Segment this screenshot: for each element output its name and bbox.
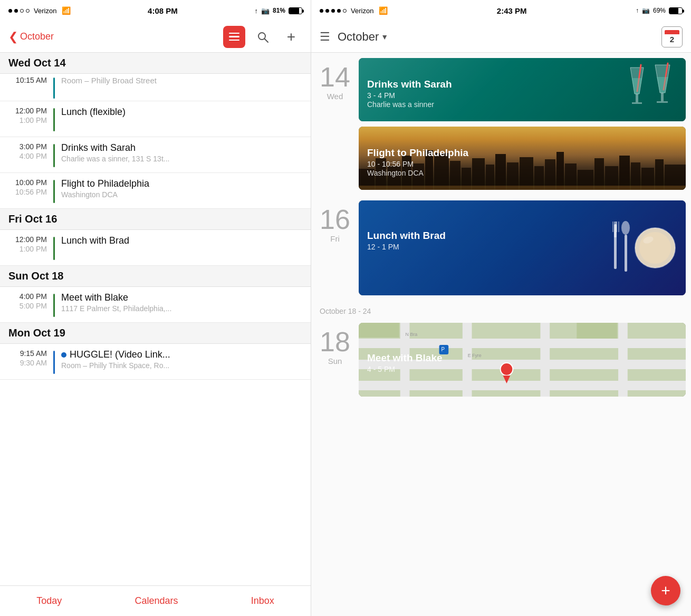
location-icon-right: ↑: [636, 7, 639, 14]
search-button[interactable]: [252, 26, 274, 48]
event-card-time-flight: 10 - 10:56 PM: [367, 160, 677, 168]
event-subtitle: Room – Philly Think Space, Ro...: [61, 361, 302, 370]
event-title: Drinks with Sarah: [61, 142, 302, 153]
svg-rect-38: [359, 186, 686, 190]
carrier-name-left: Verizon: [34, 7, 56, 15]
date-group-16: 16 Fri: [311, 195, 691, 301]
day-header-oct18: Sun Oct 18: [0, 266, 311, 287]
list-view-button[interactable]: [223, 26, 245, 48]
signal-dot-1: [8, 9, 12, 13]
event-subtitle: Charlie was a sinner, 131 S 13t...: [61, 155, 302, 163]
carrier-left: Verizon 📶: [8, 6, 71, 15]
date-num-18: 18: [320, 328, 350, 355]
signal-dot-r2: [325, 9, 329, 13]
list-item[interactable]: 4:00 PM 5:00 PM Meet with Blake 1117 E P…: [0, 287, 311, 323]
signal-dot-3: [20, 9, 24, 13]
event-start: 4:00 PM: [20, 292, 47, 301]
h-line-3: [229, 40, 239, 41]
event-title: Meet with Blake: [61, 292, 302, 303]
status-bar-right: Verizon 📶 2:43 PM ↑ 📷 69%: [311, 0, 691, 21]
dropdown-arrow-icon: ▼: [381, 33, 388, 41]
calendar-header-icon: [665, 30, 679, 34]
day-header-oct16: Fri Oct 16: [0, 209, 311, 230]
back-chevron-icon: ❮: [8, 30, 18, 44]
add-event-button-left[interactable]: +: [280, 26, 302, 48]
event-content: Drinks with Sarah Charlie was a sinner, …: [61, 142, 302, 163]
list-item[interactable]: 10:00 PM 10:56 PM Flight to Philadelphia…: [0, 173, 311, 209]
event-card-title-blake: Meet with Blake: [367, 352, 677, 364]
event-end: 5:00 PM: [20, 302, 47, 310]
event-bar: [53, 351, 55, 374]
events-col-14: Drinks with Sarah 3 - 4 PM Charlie was a…: [359, 53, 691, 195]
event-dot-icon: [61, 352, 66, 358]
left-panel: Verizon 📶 4:08 PM ↑ 📷 81% ❮ October: [0, 0, 311, 616]
calendar-view-button[interactable]: 2: [661, 26, 683, 47]
date-label-14: 14 Wed: [311, 53, 359, 195]
add-event-fab[interactable]: +: [651, 576, 680, 605]
event-end: 1:00 PM: [20, 116, 47, 124]
status-bar-left: Verizon 📶 4:08 PM ↑ 📷 81%: [0, 0, 311, 21]
status-right-left: ↑ 📷 81%: [254, 7, 302, 15]
list-item[interactable]: 12:00 PM 1:00 PM Lunch (flexible): [0, 101, 311, 137]
event-title: HUGGLE! (Video Link...: [61, 349, 302, 360]
tab-today[interactable]: Today: [26, 591, 72, 611]
calendar-title: October: [338, 30, 379, 44]
carrier-name-right: Verizon: [351, 7, 373, 15]
battery-pct-right: 69%: [653, 7, 666, 14]
bluetooth-icon-left: 📷: [261, 7, 270, 15]
event-start: 12:00 PM: [15, 235, 47, 244]
event-start: 9:15 AM: [20, 349, 47, 358]
battery-right: [669, 7, 683, 14]
event-card-drinks[interactable]: Drinks with Sarah 3 - 4 PM Charlie was a…: [359, 58, 686, 121]
event-title: Room – Philly Broad Street: [61, 76, 157, 85]
fab-plus-icon: +: [661, 583, 670, 599]
tab-bar-left: Today Calendars Inbox: [0, 585, 311, 616]
event-bar: [53, 144, 55, 167]
list-item[interactable]: 12:00 PM 1:00 PM Lunch with Brad: [0, 230, 311, 266]
signal-dot-r3: [331, 9, 335, 13]
date-day-16: Fri: [330, 234, 340, 243]
event-card-time-lunch: 12 - 1 PM: [367, 243, 677, 251]
time-right: 2:43 PM: [497, 6, 527, 15]
event-content: Room – Philly Broad Street: [61, 76, 302, 85]
event-card-time-drinks: 3 - 4 PM: [367, 91, 677, 100]
event-end: 1:00 PM: [20, 245, 47, 253]
event-time-col: 4:00 PM 5:00 PM: [8, 292, 53, 310]
event-bar: [53, 108, 55, 131]
event-bar: [53, 237, 55, 260]
signal-dot-r1: [320, 9, 323, 13]
h-line-1: [229, 33, 239, 34]
event-end: 4:00 PM: [20, 152, 47, 160]
bluetooth-icon-right: 📷: [642, 7, 650, 14]
date-group-18: 18 Sun: [311, 317, 691, 402]
nav-bar-left: ❮ October +: [0, 21, 311, 53]
event-start: 3:00 PM: [20, 142, 47, 151]
back-button[interactable]: ❮ October: [8, 30, 54, 44]
right-content: 14 Wed: [311, 53, 691, 616]
event-time-col: 9:15 AM 9:30 AM: [8, 349, 53, 367]
date-day-14: Wed: [327, 92, 343, 101]
tab-calendars[interactable]: Calendars: [124, 591, 188, 611]
svg-line-1: [265, 38, 268, 42]
event-time-col: 12:00 PM 1:00 PM: [8, 235, 53, 253]
event-card-title-flight: Flight to Philadelphia: [367, 147, 677, 159]
event-content: Lunch with Brad: [61, 235, 302, 246]
list-item[interactable]: 3:00 PM 4:00 PM Drinks with Sarah Charli…: [0, 137, 311, 173]
event-card-content-flight: Flight to Philadelphia 10 - 10:56 PM Was…: [359, 127, 686, 185]
event-card-lunch[interactable]: Lunch with Brad 12 - 1 PM: [359, 200, 686, 295]
battery-fill-right: [669, 8, 678, 14]
event-time-col: 10:15 AM: [8, 76, 53, 84]
event-content: Flight to Philadelphia Washington DCA: [61, 178, 302, 199]
battery-left: [289, 7, 302, 14]
nav-title-right: October ▼: [338, 30, 654, 44]
event-card-flight[interactable]: Flight to Philadelphia 10 - 10:56 PM Was…: [359, 127, 686, 190]
event-title: Lunch with Brad: [61, 235, 302, 246]
tab-inbox[interactable]: Inbox: [241, 591, 285, 611]
event-card-location-flight: Washington DCA: [367, 169, 677, 177]
event-card-blake[interactable]: N Bra E Fyre P: [359, 323, 686, 397]
list-item[interactable]: 9:15 AM 9:30 AM HUGGLE! (Video Link... R…: [0, 344, 311, 380]
list-item[interactable]: 10:15 AM Room – Philly Broad Street: [0, 74, 311, 101]
event-time-col: 3:00 PM 4:00 PM: [8, 142, 53, 160]
date-label-18: 18 Sun: [311, 317, 359, 402]
menu-button[interactable]: ☰: [320, 30, 330, 44]
